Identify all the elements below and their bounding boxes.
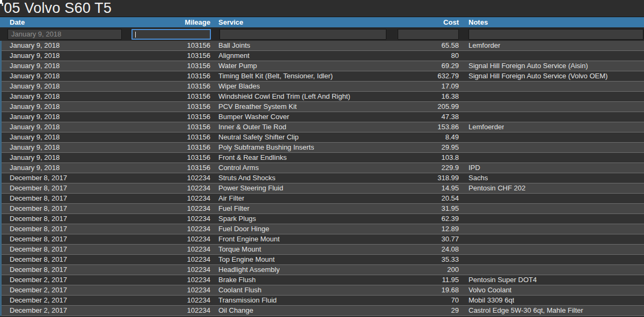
cell-date[interactable]: December 8, 2017 — [10, 194, 67, 203]
cell-date[interactable]: December 8, 2017 — [10, 234, 67, 244]
cell-service[interactable]: Fuel Door Hinge — [218, 224, 269, 234]
cell-notes[interactable]: Sachs — [469, 173, 488, 183]
cell-date[interactable]: January 9, 2018 — [10, 51, 60, 61]
cell-service[interactable]: Poly Subframe Bushing Inserts — [218, 143, 314, 152]
table-row[interactable]: January 9, 2018103156Timing Belt Kit (Be… — [2, 71, 644, 82]
table-row[interactable]: January 9, 2018103156Front & Rear Endlin… — [2, 153, 644, 163]
cell-mileage[interactable]: 103156 — [129, 92, 210, 101]
cell-service[interactable]: Windshield Cowl End Trim (Left And Right… — [218, 92, 350, 101]
date-filter-input[interactable]: January 9, 2018 — [8, 29, 122, 40]
cell-cost[interactable]: 29 — [365, 306, 459, 315]
service-filter-input[interactable] — [219, 29, 386, 40]
mileage-filter-input[interactable] — [131, 29, 211, 40]
cell-mileage[interactable]: 103156 — [129, 61, 210, 71]
table-row[interactable]: December 8, 2017102234Top Engine Mount35… — [2, 255, 644, 265]
cell-date[interactable]: January 9, 2018 — [10, 61, 60, 71]
table-row[interactable]: December 8, 2017102234Struts And Shocks3… — [2, 173, 644, 183]
cell-service[interactable]: Struts And Shocks — [218, 173, 275, 183]
cell-service[interactable]: Inner & Outer Tie Rod — [218, 122, 286, 132]
cost-filter-input[interactable] — [398, 29, 459, 40]
table-row[interactable]: January 9, 2018103156PCV Breather System… — [2, 102, 644, 112]
cell-cost[interactable]: 153.86 — [365, 122, 459, 132]
column-header-date[interactable]: Date — [10, 17, 25, 27]
cell-date[interactable]: December 8, 2017 — [10, 224, 67, 234]
cell-cost[interactable]: 69.29 — [365, 61, 459, 71]
table-row[interactable]: December 8, 2017102234Fuel Door Hinge12.… — [2, 224, 644, 234]
cell-cost[interactable]: 16.38 — [365, 92, 459, 101]
table-row[interactable]: December 8, 2017102234Torque Mount24.08 — [2, 245, 644, 255]
cell-date[interactable]: December 2, 2017 — [10, 285, 67, 295]
cell-service[interactable]: Front & Rear Endlinks — [218, 153, 287, 163]
cell-service[interactable]: Transmission Fluid — [218, 296, 277, 305]
column-header-mileage[interactable]: Mileage — [129, 17, 210, 27]
cell-mileage[interactable]: 103156 — [129, 153, 210, 163]
table-row[interactable]: January 9, 2018103156Bumper Washer Cover… — [2, 112, 644, 122]
cell-mileage[interactable]: 102234 — [129, 285, 210, 295]
cell-service[interactable]: Spark Plugs — [218, 214, 256, 224]
cell-notes[interactable]: Lemfoerder — [469, 122, 504, 132]
cell-mileage[interactable]: 102234 — [129, 214, 210, 224]
cell-cost[interactable]: 80 — [365, 51, 459, 61]
cell-mileage[interactable]: 103156 — [129, 102, 210, 112]
cell-mileage[interactable]: 102234 — [129, 234, 210, 244]
cell-notes[interactable]: Lemforder — [469, 41, 500, 50]
column-header-service[interactable]: Service — [218, 17, 243, 27]
cell-mileage[interactable]: 103156 — [129, 163, 210, 173]
cell-notes[interactable]: Pentosin Super DOT4 — [469, 275, 537, 285]
cell-date[interactable]: January 9, 2018 — [10, 41, 60, 50]
cell-mileage[interactable]: 103156 — [129, 82, 210, 91]
cell-mileage[interactable]: 102234 — [129, 194, 210, 203]
cell-notes[interactable]: Mobil 3309 6qt — [469, 296, 514, 305]
cell-mileage[interactable]: 103156 — [129, 143, 210, 152]
cell-cost[interactable]: 35.33 — [365, 255, 459, 264]
cell-date[interactable]: December 2, 2017 — [10, 306, 67, 315]
cell-cost[interactable]: 12.89 — [365, 224, 459, 234]
table-row[interactable]: January 9, 2018103156Control Arms229.9IP… — [2, 163, 644, 173]
cell-service[interactable]: Fuel Filter — [218, 204, 250, 213]
cell-mileage[interactable]: 102234 — [129, 204, 210, 213]
cell-cost[interactable]: 318.99 — [365, 173, 459, 183]
cell-mileage[interactable]: 103156 — [129, 132, 210, 142]
cell-cost[interactable]: 19.68 — [365, 285, 459, 295]
cell-cost[interactable]: 24.08 — [365, 245, 459, 254]
table-row[interactable]: January 9, 2018103156Windshield Cowl End… — [2, 92, 644, 102]
cell-mileage[interactable]: 102234 — [129, 183, 210, 193]
cell-date[interactable]: January 9, 2018 — [10, 143, 60, 152]
cell-cost[interactable]: 14.95 — [365, 183, 459, 193]
cell-notes[interactable]: Signal Hill Foreign Auto Service (Volvo … — [469, 71, 608, 81]
table-row[interactable]: January 9, 2018103156Wiper Blades17.09 — [2, 82, 644, 92]
cell-date[interactable]: December 2, 2017 — [10, 296, 67, 305]
cell-cost[interactable]: 30.77 — [365, 234, 459, 244]
table-row[interactable]: December 2, 2017102234Coolant Flush19.68… — [2, 285, 644, 296]
table-row[interactable]: December 8, 2017102234Front Engine Mount… — [2, 234, 644, 245]
table-row[interactable]: December 2, 2017102234Brake Flush11.95Pe… — [2, 275, 644, 285]
cell-date[interactable]: December 8, 2017 — [10, 265, 67, 275]
cell-cost[interactable]: 205.99 — [365, 102, 459, 112]
table-row[interactable]: January 9, 2018103156Alignment80 — [2, 51, 644, 61]
cell-cost[interactable]: 31.95 — [365, 204, 459, 213]
cell-date[interactable]: December 8, 2017 — [10, 173, 67, 183]
cell-date[interactable]: January 9, 2018 — [10, 71, 60, 81]
table-row[interactable]: January 9, 2018103156Inner & Outer Tie R… — [2, 122, 644, 132]
cell-cost[interactable]: 103.8 — [365, 153, 459, 163]
column-header-notes[interactable]: Notes — [469, 17, 488, 27]
table-row[interactable]: January 9, 2018103156Water Pump69.29Sign… — [2, 61, 644, 71]
cell-service[interactable]: Air Filter — [218, 194, 244, 203]
cell-service[interactable]: Brake Flush — [218, 275, 255, 285]
cell-date[interactable]: January 9, 2018 — [10, 163, 60, 173]
cell-mileage[interactable]: 103156 — [129, 71, 210, 81]
cell-cost[interactable]: 229.9 — [365, 163, 459, 173]
table-row[interactable]: December 2, 2017102234Transmission Fluid… — [2, 296, 644, 306]
table-row[interactable]: December 8, 2017102234Headlight Assembly… — [2, 265, 644, 275]
cell-cost[interactable]: 632.79 — [365, 71, 459, 81]
cell-service[interactable]: Power Steering Fluid — [218, 183, 283, 193]
cell-date[interactable]: January 9, 2018 — [10, 122, 60, 132]
cell-mileage[interactable]: 103156 — [129, 112, 210, 122]
table-row[interactable]: December 8, 2017102234Spark Plugs62.39 — [2, 214, 644, 224]
cell-date[interactable]: December 2, 2017 — [10, 275, 67, 285]
cell-mileage[interactable]: 103156 — [129, 51, 210, 61]
cell-service[interactable]: Control Arms — [218, 163, 259, 173]
cell-date[interactable]: December 8, 2017 — [10, 214, 67, 224]
table-row[interactable]: December 8, 2017102234Air Filter20.54 — [2, 194, 644, 204]
cell-date[interactable]: January 9, 2018 — [10, 92, 60, 101]
